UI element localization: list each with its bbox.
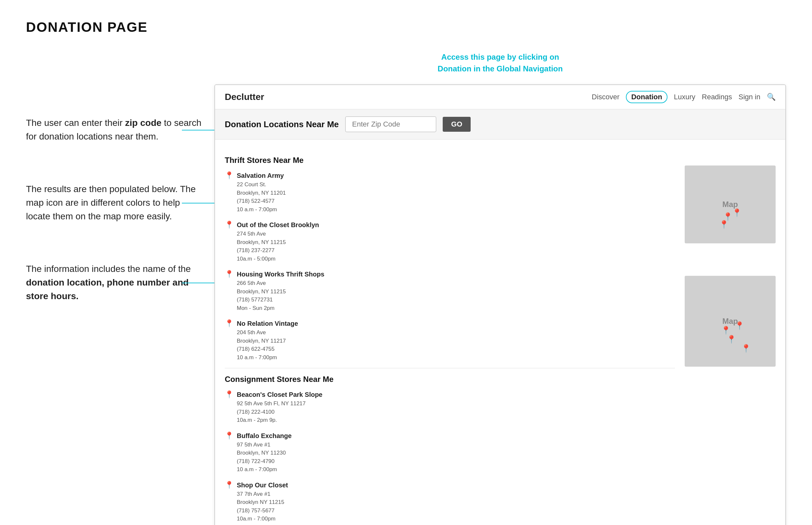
pin-icon-2: 📍 <box>225 221 233 229</box>
map-pin-blue: 📍 <box>719 220 729 229</box>
browser-frame: Declutter Discover Donation Luxury Readi… <box>214 84 786 525</box>
list-item: 📍 No Relation Vintage 204 5th Ave Brookl… <box>225 319 675 361</box>
annotation-1-bold: zip code <box>125 118 161 128</box>
annotation-1-text: The user can enter their <box>26 118 125 128</box>
location-info-3: Housing Works Thrift Shops 266 5th Ave B… <box>237 269 324 312</box>
annotation-2-text: The results are then populated below. Th… <box>26 182 201 223</box>
map-pin-purple-2: 📍 <box>741 344 751 353</box>
pin-icon-5: 📍 <box>225 390 233 399</box>
list-item: 📍 Out of the Closet Brooklyn 274 5th Ave… <box>225 220 675 263</box>
left-annotations: The user can enter their zip code to sea… <box>26 51 214 525</box>
section-divider <box>225 368 675 368</box>
consignment-map: Map 📍 📍 📍 📍 <box>685 276 775 367</box>
map-pin-green-2: 📍 <box>721 326 731 335</box>
search-label: Donation Locations Near Me <box>225 119 339 130</box>
list-item: 📍 Shop Our Closet 37 7th Ave #1 Brooklyn… <box>225 480 675 523</box>
location-name-7: Shop Our Closet <box>237 480 288 490</box>
thrift-map: Map 📍 📍 📍 <box>685 165 775 243</box>
map-pin-blue-2: 📍 <box>727 335 736 344</box>
nav-link-luxury[interactable]: Luxury <box>674 93 695 101</box>
map-pin-red-2: 📍 <box>735 321 744 330</box>
map-column: Map 📍 📍 📍 Map 📍 📍 📍 <box>685 149 775 525</box>
search-section: Donation Locations Near Me GO <box>215 109 785 139</box>
location-name-4: No Relation Vintage <box>237 319 298 328</box>
pin-icon-4: 📍 <box>225 319 233 328</box>
nav-link-donation[interactable]: Donation <box>626 91 667 103</box>
go-button[interactable]: GO <box>443 117 470 132</box>
nav-links: Discover Donation Luxury Readings Sign i… <box>592 91 775 103</box>
location-name-3: Housing Works Thrift Shops <box>237 269 324 279</box>
content-area: Thrift Stores Near Me 📍 Salvation Army 2… <box>215 139 785 525</box>
location-name-5: Beacon's Closet Park Slope <box>237 390 322 400</box>
location-info-2: Out of the Closet Brooklyn 274 5th Ave B… <box>237 220 319 263</box>
access-note: Access this page by clicking on Donation… <box>214 51 786 75</box>
results-layout: Thrift Stores Near Me 📍 Salvation Army 2… <box>225 149 775 525</box>
map-label-1: Map <box>722 200 738 209</box>
location-info-6: Buffalo Exchange 97 5th Ave #1 Brooklyn,… <box>237 431 292 474</box>
results-list: Thrift Stores Near Me 📍 Salvation Army 2… <box>225 149 675 525</box>
pin-icon-7: 📍 <box>225 481 233 489</box>
location-info-1: Salvation Army 22 Court St. Brooklyn, NY… <box>237 171 286 213</box>
list-item: 📍 Buffalo Exchange 97 5th Ave #1 Brookly… <box>225 431 675 474</box>
search-icon[interactable]: 🔍 <box>767 93 775 101</box>
annotation-3-bold: donation location, phone number and stor… <box>26 278 189 301</box>
thrift-section: Thrift Stores Near Me 📍 Salvation Army 2… <box>225 156 675 361</box>
thrift-heading: Thrift Stores Near Me <box>225 156 675 165</box>
pin-icon-3: 📍 <box>225 270 233 279</box>
location-info-4: No Relation Vintage 204 5th Ave Brooklyn… <box>237 319 298 361</box>
nav-bar: Declutter Discover Donation Luxury Readi… <box>215 85 785 109</box>
annotation-1: The user can enter their zip code to sea… <box>26 116 201 144</box>
list-item: 📍 Beacon's Closet Park Slope 92 5th Ave … <box>225 390 675 424</box>
main-layout: The user can enter their zip code to sea… <box>26 51 786 525</box>
list-item: 📍 Housing Works Thrift Shops 266 5th Ave… <box>225 269 675 312</box>
location-name-1: Salvation Army <box>237 171 286 180</box>
nav-link-discover[interactable]: Discover <box>592 93 620 101</box>
pin-icon-1: 📍 <box>225 171 233 180</box>
nav-link-readings[interactable]: Readings <box>702 93 732 101</box>
map-pin-red: 📍 <box>732 208 742 217</box>
right-content: Access this page by clicking on Donation… <box>214 51 786 525</box>
consignment-section: Consignment Stores Near Me 📍 Beacon's Cl… <box>225 375 675 525</box>
nav-logo: Declutter <box>225 92 264 102</box>
annotation-3: The information includes the name of the… <box>26 262 201 303</box>
list-item: 📍 Salvation Army 22 Court St. Brooklyn, … <box>225 171 675 213</box>
zip-code-input[interactable] <box>345 117 436 132</box>
annotation-3-text: The information includes the name of the <box>26 264 191 274</box>
consignment-heading: Consignment Stores Near Me <box>225 375 675 384</box>
location-name-2: Out of the Closet Brooklyn <box>237 220 319 230</box>
pin-icon-6: 📍 <box>225 432 233 440</box>
location-info-5: Beacon's Closet Park Slope 92 5th Ave 5t… <box>237 390 322 424</box>
annotation-2: The results are then populated below. Th… <box>26 182 201 223</box>
location-info-7: Shop Our Closet 37 7th Ave #1 Brooklyn N… <box>237 480 288 523</box>
location-name-6: Buffalo Exchange <box>237 431 292 441</box>
page-title: DONATION PAGE <box>26 19 786 35</box>
nav-link-signin[interactable]: Sign in <box>739 93 760 101</box>
